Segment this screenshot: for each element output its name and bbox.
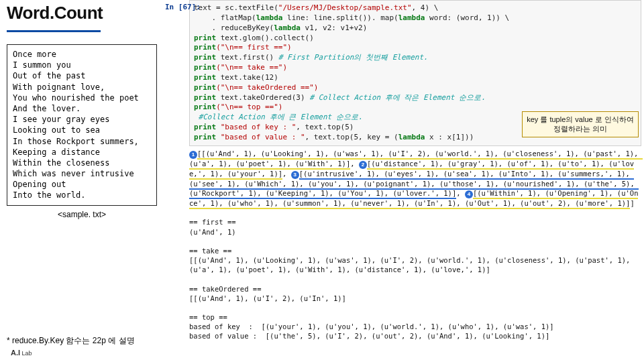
code-keyword: lambda	[274, 23, 301, 32]
code-text: v1, v2: v1+v2)	[301, 23, 367, 32]
lab-logo: A.I Lab	[11, 349, 32, 357]
code-keyword: print	[194, 83, 216, 92]
code-text: , text.top(5, key = (	[305, 133, 398, 141]
title-underline	[7, 30, 101, 32]
code-text: . reduceByKey(	[194, 23, 274, 32]
badge-2-icon: 2	[359, 161, 367, 169]
output-block: 1[[(u'And', 1), (u'Looking', 1), (u'was'…	[189, 149, 641, 341]
output-header: == take ==	[189, 247, 231, 255]
code-comment: #Collect Action 후에 큰 Element 순으로.	[194, 113, 362, 121]
code-string: "/Users/MJ/Desktop/sample.txt"	[278, 3, 412, 12]
code-text: text.takeOrdered(3)	[216, 93, 309, 102]
code-keyword: print	[194, 43, 216, 52]
badge-3-icon: 3	[291, 171, 299, 179]
in-prompt-label: In [67]:	[165, 3, 201, 11]
output-line: (u'And', 1)	[189, 228, 236, 236]
code-keyword: print	[194, 73, 216, 82]
code-keyword: lambda	[398, 133, 425, 141]
output-line: [[(u'And', 1), (u'Looking', 1), (u'was',…	[189, 256, 635, 274]
code-comment: # First Partition의 첫번째 Element.	[278, 53, 428, 62]
code-text: word: (word, 1)) \	[425, 13, 509, 22]
code-keyword: lambda	[398, 13, 425, 22]
badge-4-icon: 4	[465, 190, 473, 198]
code-keyword: print	[194, 123, 216, 131]
code-text: , text.top(5)	[296, 123, 354, 131]
code-keyword: print	[194, 34, 216, 42]
code-string: "based of value : "	[221, 133, 305, 141]
callout-box: key 를 tuple의 value 로 인식하여 정렬하라는 의미	[522, 111, 639, 137]
code-text: . flatMap(	[194, 13, 256, 22]
output-line: based of key : [(u'your', 1), (u'you', 1…	[189, 322, 554, 330]
code-keyword: print	[194, 53, 216, 62]
code-string: ("\n== takeOrdered ==")	[216, 83, 318, 92]
lab-word: Lab	[22, 350, 32, 357]
code-string: ("\n== top ==")	[216, 103, 282, 111]
page-title: Word.Count	[7, 3, 157, 23]
code-text: x : x[1]))	[425, 133, 474, 141]
code-text: text.first()	[216, 53, 278, 62]
code-keyword: print	[194, 93, 216, 102]
code-text: text.glom().collect()	[216, 34, 314, 42]
lab-ai: A.I	[11, 349, 20, 357]
footnote: * reduce.By.Key 함수는 22p 에 설명	[7, 335, 135, 347]
code-string: ("\n== take ==")	[216, 63, 287, 72]
output-header: == top ==	[189, 313, 227, 321]
code-keyword: print	[194, 133, 216, 141]
sample-text-box: Once more I summon you Out of the past W…	[7, 44, 157, 206]
code-string: ("\n== first ==")	[216, 43, 292, 52]
sample-caption: <sample. txt>	[7, 210, 157, 219]
output-header: == first ==	[189, 218, 236, 226]
code-string: "based of key : "	[221, 123, 297, 131]
badge-1-icon: 1	[189, 151, 197, 159]
code-cell: In [67]: text = sc.textFile("/Users/MJ/D…	[189, 0, 641, 341]
code-text: , 4) \	[412, 3, 439, 12]
code-text: text = sc.textFile(	[194, 3, 278, 12]
code-text	[216, 123, 221, 131]
output-line: based of value : [(u'the', 5), (u'I', 2)…	[189, 332, 549, 340]
output-header: == takeOrdered ==	[189, 285, 261, 293]
code-text	[216, 133, 221, 141]
code-keyword: lambda	[256, 13, 283, 22]
code-comment: # Collect Action 후에 작은 Element 순으로.	[309, 93, 485, 102]
code-keyword: print	[194, 103, 216, 111]
code-keyword: print	[194, 63, 216, 72]
code-text: line: line.split()). map(	[282, 13, 398, 22]
output-line: [[(u'And', 1), (u'I', 2), (u'In', 1)]	[189, 294, 346, 302]
code-text: text.take(12)	[216, 73, 278, 82]
